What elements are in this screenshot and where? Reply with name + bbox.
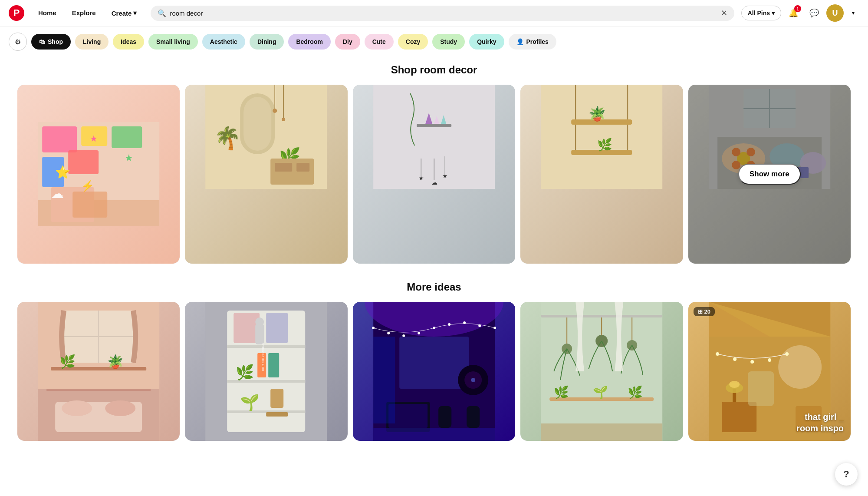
filter-bar: ⚙ 🛍 Shop Living Ideas Small living Aesth… xyxy=(0,26,868,57)
nav-explore[interactable]: Explore xyxy=(65,6,103,20)
svg-text:🌱: 🌱 xyxy=(593,385,608,400)
svg-rect-1 xyxy=(42,126,77,152)
chat-icon: 💬 xyxy=(809,8,819,18)
svg-text:🪴: 🪴 xyxy=(589,106,606,122)
svg-rect-87 xyxy=(266,412,288,417)
svg-rect-24 xyxy=(275,163,293,172)
chip-living[interactable]: Living xyxy=(75,34,108,50)
svg-point-18 xyxy=(273,109,277,113)
svg-rect-134 xyxy=(748,371,774,406)
svg-text:🌿: 🌿 xyxy=(59,354,76,370)
svg-text:🌿: 🌿 xyxy=(628,385,643,400)
svg-rect-3 xyxy=(112,126,142,148)
account-chevron-icon[interactable]: ▾ xyxy=(847,7,859,19)
svg-point-97 xyxy=(478,324,481,327)
svg-text:★: ★ xyxy=(442,172,448,179)
svg-point-106 xyxy=(471,378,475,382)
svg-rect-62 xyxy=(46,389,151,391)
all-pins-chevron-icon: ▾ xyxy=(772,10,775,17)
svg-rect-79 xyxy=(256,324,264,344)
svg-rect-102 xyxy=(438,406,451,428)
svg-rect-37 xyxy=(541,85,662,189)
svg-rect-11 xyxy=(72,192,107,218)
shop-card-5[interactable]: Show more xyxy=(688,85,851,264)
pinterest-logo[interactable]: P xyxy=(9,5,24,21)
search-icon: 🔍 xyxy=(158,9,166,17)
svg-point-125 xyxy=(716,352,719,356)
messages-button[interactable]: 💬 xyxy=(806,4,823,22)
svg-text:⚡: ⚡ xyxy=(81,179,94,192)
shop-bag-icon: 🛍 xyxy=(39,38,45,45)
shop-card-3[interactable]: ★ ☁ ★ xyxy=(353,85,515,264)
chip-study[interactable]: Study xyxy=(432,34,465,50)
idea-card-2[interactable]: 🌿 DO IT FOR YOURSELF 🌱 xyxy=(185,302,347,441)
svg-rect-27 xyxy=(417,124,451,127)
show-more-overlay: Show more xyxy=(688,85,851,264)
svg-text:🌴: 🌴 xyxy=(214,125,242,151)
chip-ideas[interactable]: Ideas xyxy=(113,34,144,50)
shop-card-2[interactable]: 🌿 🌴 xyxy=(185,85,347,264)
svg-text:⭐: ⭐ xyxy=(55,165,70,179)
svg-text:★: ★ xyxy=(418,175,424,182)
svg-rect-107 xyxy=(373,428,495,441)
nav-create[interactable]: Create ▾ xyxy=(105,6,144,20)
notifications-button[interactable]: 🔔 1 xyxy=(785,4,802,22)
svg-text:☁: ☁ xyxy=(51,186,64,201)
idea-card-4[interactable]: 🌿 🌱 🌿 xyxy=(520,302,683,441)
svg-point-90 xyxy=(372,327,375,329)
ideas-section-title: More ideas xyxy=(17,281,851,293)
svg-rect-86 xyxy=(271,389,284,408)
svg-text:DO IT FOR YOURSELF: DO IT FOR YOURSELF xyxy=(262,343,265,370)
svg-text:🌿: 🌿 xyxy=(236,364,255,381)
svg-point-94 xyxy=(433,327,435,329)
show-more-button[interactable]: Show more xyxy=(738,164,801,185)
svg-rect-83 xyxy=(269,353,279,377)
svg-rect-78 xyxy=(266,313,288,343)
header: P Home Explore Create ▾ 🔍 ✕ All Pins ▾ 🔔… xyxy=(0,0,868,26)
main-nav: Home Explore Create ▾ xyxy=(31,6,144,20)
svg-rect-74 xyxy=(227,345,306,348)
chip-cute[interactable]: Cute xyxy=(365,34,394,50)
search-clear-icon[interactable]: ✕ xyxy=(721,9,727,17)
pin-count-badge: ⊞ 20 xyxy=(694,307,715,316)
shop-card-4[interactable]: 🪴 🌿 xyxy=(520,85,683,264)
chip-profiles[interactable]: 👤 Profiles xyxy=(509,34,556,50)
idea-card-3[interactable] xyxy=(353,302,515,441)
idea-card-1[interactable]: 🌿 🪴 xyxy=(17,302,180,441)
svg-rect-108 xyxy=(373,337,395,423)
shop-card-1[interactable]: ⭐ ★ ★ ☁ ⚡ xyxy=(17,85,180,264)
svg-rect-103 xyxy=(467,406,480,428)
svg-point-126 xyxy=(733,357,736,361)
shop-grid: ⭐ ★ ★ ☁ ⚡ xyxy=(17,85,851,264)
chip-cozy[interactable]: Cozy xyxy=(398,34,428,50)
svg-point-70 xyxy=(62,400,92,416)
svg-text:★: ★ xyxy=(125,152,133,163)
svg-point-91 xyxy=(387,332,390,334)
svg-text:🪴: 🪴 xyxy=(107,354,124,370)
card-overlay-text: that girl _room inspo xyxy=(796,411,844,434)
svg-rect-121 xyxy=(541,423,662,441)
chip-diy[interactable]: Diy xyxy=(335,34,360,50)
svg-rect-110 xyxy=(541,315,662,317)
svg-point-127 xyxy=(750,360,754,364)
nav-home[interactable]: Home xyxy=(31,6,63,20)
main-content: Shop room decor ⭐ ★ ★ xyxy=(0,57,868,458)
svg-point-128 xyxy=(768,358,771,362)
avatar[interactable]: U xyxy=(826,4,844,22)
chip-small-living[interactable]: Small living xyxy=(148,34,198,50)
svg-rect-130 xyxy=(722,402,756,432)
all-pins-button[interactable]: All Pins ▾ xyxy=(741,6,781,20)
svg-text:★: ★ xyxy=(90,134,98,143)
chip-shop[interactable]: 🛍 Shop xyxy=(31,34,71,50)
idea-card-5[interactable]: ⊞ 20 that girl _room inspo xyxy=(688,302,851,441)
search-input[interactable] xyxy=(170,10,717,17)
chip-dining[interactable]: Dining xyxy=(250,34,284,50)
svg-text:🌿: 🌿 xyxy=(597,138,612,152)
ideas-grid: 🌿 🪴 xyxy=(17,302,851,441)
filter-icon-button[interactable]: ⚙ xyxy=(9,33,27,51)
svg-text:☁: ☁ xyxy=(431,179,437,186)
chip-bedroom[interactable]: Bedroom xyxy=(288,34,330,50)
chip-aesthetic[interactable]: Aesthetic xyxy=(202,34,245,50)
chip-quirky[interactable]: Quirky xyxy=(469,34,504,50)
svg-point-93 xyxy=(418,332,420,334)
